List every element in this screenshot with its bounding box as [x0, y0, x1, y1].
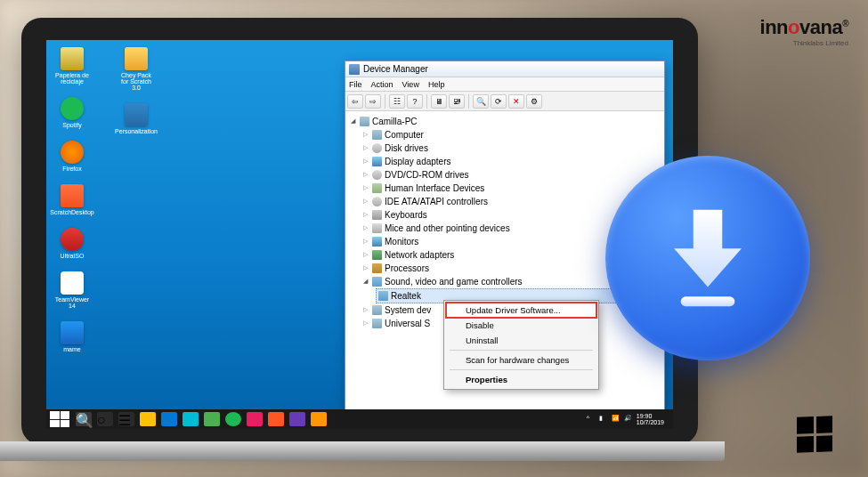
firefox-icon — [61, 141, 84, 164]
system-tray[interactable]: ^ ▮ 📶 🔊 19:90 10/7/2019 — [587, 413, 669, 425]
taskbar-app5[interactable] — [225, 412, 241, 426]
tree-item[interactable]: Disk drives — [351, 141, 659, 155]
context-item-update-driver-software[interactable]: Update Driver Software... — [446, 303, 596, 318]
desktop-icon-spotify[interactable]: Spotify — [53, 97, 91, 128]
tree-item-label: Processors — [385, 262, 429, 275]
tree-item-label: Sound, video and game controllers — [385, 275, 523, 288]
tree-item[interactable]: IDE ATA/ATAPI controllers — [351, 195, 659, 208]
context-menu[interactable]: Update Driver Software...DisableUninstal… — [443, 300, 599, 390]
root-label: Camilla-PC — [372, 115, 418, 128]
device-category-icon — [372, 305, 382, 315]
tray-date[interactable]: 10/7/2019 — [637, 419, 664, 425]
menu-file[interactable]: File — [349, 80, 362, 89]
tree-item-label: Monitors — [385, 235, 418, 248]
taskbar-app4[interactable] — [204, 412, 220, 426]
taskbar-cortana-icon[interactable]: ○ — [97, 412, 113, 426]
context-item-properties[interactable]: Properties — [446, 372, 596, 387]
toolbar-remove-button[interactable]: ✕ — [508, 94, 524, 109]
toolbar-more-button[interactable]: ⚙ — [526, 94, 542, 109]
icon-label: mame — [63, 346, 80, 352]
icon-label: Spotify — [62, 122, 81, 128]
folder-icon — [125, 47, 148, 70]
desktop-icon-tv[interactable]: TeamViewer 14 — [53, 271, 91, 309]
desktop-icon-mame[interactable]: mame — [53, 321, 91, 352]
device-category-icon — [372, 223, 382, 233]
device-manager-icon — [349, 64, 360, 75]
device-category-icon — [372, 277, 382, 287]
sound-device-icon — [378, 291, 388, 301]
toolbar-scan-button[interactable]: 🖥 — [431, 94, 447, 109]
tree-item[interactable]: DVD/CD-ROM drives — [351, 168, 659, 182]
device-category-icon — [372, 237, 382, 247]
personal-icon — [125, 103, 148, 126]
iso-icon — [61, 228, 84, 251]
window-titlebar[interactable]: Device Manager — [345, 61, 664, 77]
tree-item-label: Disk drives — [385, 141, 428, 155]
device-category-icon — [372, 143, 382, 153]
toolbar-help-button[interactable]: ? — [407, 94, 423, 109]
window-title: Device Manager — [363, 64, 428, 74]
download-arrow-icon — [659, 200, 757, 316]
toolbar-view-button[interactable]: ☷ — [389, 94, 405, 109]
device-category-icon — [372, 197, 382, 206]
icon-label: Personalization — [115, 128, 158, 134]
taskbar-taskview-icon[interactable]: ☰ — [118, 412, 134, 426]
menu-view[interactable]: View — [402, 80, 419, 89]
tray-up-icon[interactable]: ^ — [587, 415, 596, 424]
tree-item[interactable]: Human Interface Devices — [351, 182, 659, 195]
desktop-icon-iso[interactable]: UltraISO — [53, 228, 91, 259]
icon-label: TeamViewer 14 — [53, 296, 91, 309]
tree-item-label: Mice and other pointing devices — [385, 222, 510, 235]
tree-item[interactable]: Computer — [351, 128, 659, 141]
context-item-scan-for-hardware-changes[interactable]: Scan for hardware changes — [446, 352, 596, 368]
toolbar[interactable]: ⇦ ⇨ ☷ ? 🖥 🖳 🔍 ⟳ ✕ ⚙ — [345, 92, 664, 111]
tray-battery-icon[interactable]: ▮ — [599, 415, 608, 424]
tray-wifi-icon[interactable]: 📶 — [612, 415, 621, 424]
taskbar-app2[interactable] — [161, 412, 177, 426]
menu-help[interactable]: Help — [428, 80, 445, 89]
device-category-icon — [372, 130, 382, 140]
spotify-icon — [61, 97, 84, 120]
desktop-icon-recycle[interactable]: Papelera de reciclaje — [53, 47, 91, 85]
taskbar-app8[interactable] — [289, 412, 305, 426]
menu-bar[interactable]: FileActionViewHelp — [345, 77, 664, 92]
innovana-logo: innovana® Thinklabs Limited — [760, 16, 848, 47]
device-category-icon — [372, 319, 382, 328]
tree-item-label: Human Interface Devices — [385, 182, 484, 195]
device-category-icon — [372, 210, 382, 220]
device-category-icon — [372, 263, 382, 273]
laptop-frame: Papelera de reciclajeSpotifyFirefoxScrat… — [21, 18, 698, 445]
desktop-icon-firefox[interactable]: Firefox — [53, 141, 91, 172]
tree-item[interactable]: Display adapters — [351, 155, 659, 168]
taskbar-app9[interactable] — [311, 412, 327, 426]
desktop-icon-scratch[interactable]: ScratchDesktop — [53, 184, 91, 215]
toolbar-forward-button[interactable]: ⇨ — [365, 94, 381, 109]
desktop-icon-folder[interactable]: Chey Pack for Scratch 3.0 — [118, 47, 155, 91]
toolbar-scan2-button[interactable]: 🖳 — [449, 94, 465, 109]
toolbar-back-button[interactable]: ⇦ — [347, 94, 363, 109]
toolbar-prop-button[interactable]: 🔍 — [473, 94, 489, 109]
icon-label: ScratchDesktop — [50, 209, 93, 215]
tray-time[interactable]: 19:90 — [637, 413, 664, 419]
tree-item-label: DVD/CD-ROM drives — [385, 168, 468, 182]
context-item-uninstall[interactable]: Uninstall — [446, 333, 596, 348]
taskbar-app1[interactable] — [140, 412, 156, 426]
taskbar-app7[interactable] — [268, 412, 284, 426]
desktop[interactable]: Papelera de reciclajeSpotifyFirefoxScrat… — [46, 40, 673, 429]
taskbar[interactable]: 🔍 ○ ☰ ^ ▮ 📶 🔊 19:90 10/7/2019 — [46, 409, 673, 429]
menu-action[interactable]: Action — [371, 80, 393, 89]
toolbar-refresh-button[interactable]: ⟳ — [491, 94, 507, 109]
device-category-icon — [372, 250, 382, 260]
start-button[interactable] — [50, 411, 69, 427]
tree-root-node[interactable]: Camilla-PC — [351, 115, 659, 128]
taskbar-app6[interactable] — [247, 412, 263, 426]
computer-icon — [360, 117, 369, 126]
context-item-disable[interactable]: Disable — [446, 318, 596, 333]
tree-item-label: Network adapters — [385, 248, 454, 262]
tray-volume-icon[interactable]: 🔊 — [624, 415, 633, 424]
desktop-icon-personal[interactable]: Personalization — [118, 103, 155, 134]
taskbar-app3[interactable] — [183, 412, 199, 426]
device-category-icon — [372, 157, 382, 166]
windows-logo-icon — [797, 416, 832, 452]
taskbar-search-icon[interactable]: 🔍 — [76, 412, 92, 426]
